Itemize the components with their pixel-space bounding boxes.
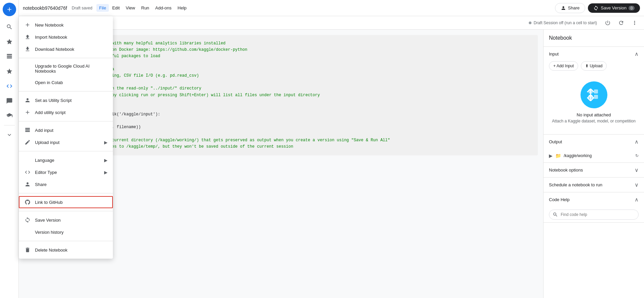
menu-divider-6: [19, 211, 113, 211]
editor-type-label: Editor Type: [35, 170, 57, 175]
code-help-search-box: [549, 210, 639, 220]
refresh-button[interactable]: [616, 17, 627, 28]
version-badge: 0: [629, 6, 635, 10]
menu-edit[interactable]: Edit: [110, 4, 122, 12]
sidebar-item-discussions[interactable]: [3, 94, 16, 108]
code-help-content: [544, 207, 644, 222]
save-version-button[interactable]: Save Version 0: [588, 3, 640, 13]
download-icon: [24, 46, 31, 52]
menu-file[interactable]: File: [96, 4, 109, 12]
share-label: Share: [568, 5, 580, 10]
add-input-menu-label: Add input: [35, 128, 53, 133]
sidebar-item-more[interactable]: [3, 128, 16, 142]
menu-section-5: Language ▶ Editor Type ▶ Share: [19, 153, 113, 192]
draft-status: Draft saved: [72, 6, 92, 10]
power-button[interactable]: [602, 17, 613, 28]
svg-rect-1: [594, 89, 598, 94]
output-path: /kaggle/working: [564, 153, 592, 158]
link-github-label: Link to GitHub: [35, 200, 62, 205]
menu-language[interactable]: Language ▶: [19, 154, 113, 166]
sidebar-add-button[interactable]: [3, 3, 16, 16]
menu-help[interactable]: Help: [175, 4, 189, 12]
sidebar-item-models[interactable]: [3, 65, 16, 78]
set-utility-icon: [24, 97, 31, 104]
notebook-options-header[interactable]: Notebook options ∨: [544, 163, 644, 177]
share-button[interactable]: Share: [555, 3, 586, 13]
share-menu-icon: [24, 181, 31, 188]
github-icon: [24, 199, 31, 206]
schedule-header[interactable]: Schedule a notebook to run ∨: [544, 178, 644, 192]
svg-rect-0: [589, 89, 593, 94]
right-panel: Notebook Input ∧ + Add Input ⬆ Upload: [543, 30, 644, 298]
menu-divider-4: [19, 151, 113, 151]
sidebar-item-search[interactable]: [3, 20, 16, 34]
editor-type-icon: [24, 169, 31, 176]
menu-section-2: Upgrade to Google Cloud AI Notebooks Ope…: [19, 60, 113, 90]
language-arrow-icon: ▶: [104, 158, 108, 163]
refresh-icon[interactable]: ↻: [635, 153, 639, 158]
menu-editor-type[interactable]: Editor Type ▶: [19, 166, 113, 178]
add-utility-label: Add utility script: [35, 110, 66, 115]
input-section-title: Input: [549, 51, 559, 57]
save-version-menu-icon: [24, 217, 31, 223]
menu-save-version[interactable]: Save Version: [19, 214, 113, 226]
menu-set-utility[interactable]: Set as Utility Script: [19, 94, 113, 106]
schedule-chevron-icon: ∨: [635, 182, 639, 188]
output-item: ▶ 📁 /kaggle/working ↻: [549, 152, 639, 160]
sidebar-item-code[interactable]: [3, 79, 16, 93]
schedule-section: Schedule a notebook to run ∨: [544, 178, 644, 192]
file-dropdown-menu: New Notebook Import Notebook Download No…: [19, 16, 113, 259]
more-options-button[interactable]: [629, 17, 640, 28]
svg-rect-3: [594, 95, 598, 99]
menu-addons[interactable]: Add-ons: [153, 4, 174, 12]
upload-input-icon: [24, 139, 31, 146]
code-help-header[interactable]: Code Help ∧: [544, 192, 644, 207]
menu-divider-5: [19, 193, 113, 193]
menu-delete-notebook[interactable]: Delete Notebook: [19, 244, 113, 256]
menu-open-colab[interactable]: Open in Colab: [19, 76, 113, 88]
menu-divider-2: [19, 91, 113, 91]
notebook-options-title: Notebook options: [549, 167, 583, 173]
menu-section-7: Save Version Version history: [19, 213, 113, 239]
menu-new-notebook[interactable]: New Notebook: [19, 19, 113, 31]
delete-notebook-label: Delete Notebook: [35, 248, 68, 253]
menu-version-history[interactable]: Version history: [19, 226, 113, 238]
right-panel-title: Notebook: [544, 30, 644, 47]
input-section: Input ∧ + Add Input ⬆ Upload: [544, 47, 644, 135]
upload-input-arrow-icon: ▶: [104, 140, 108, 145]
version-history-icon: [24, 229, 31, 235]
expand-icon: ▶: [549, 153, 553, 158]
menu-run[interactable]: Run: [138, 4, 152, 12]
code-help-input[interactable]: [561, 212, 635, 217]
upgrade-google-label: Upgrade to Google Cloud AI Notebooks: [35, 64, 108, 74]
sidebar-item-courses[interactable]: [3, 109, 16, 122]
input-section-header[interactable]: Input ∧: [544, 47, 644, 61]
sidebar: [0, 0, 19, 298]
download-notebook-label: Download Notebook: [35, 47, 74, 52]
svg-rect-2: [589, 95, 593, 99]
code-help-chevron-icon: ∧: [635, 196, 639, 203]
notebook-options-chevron-icon: ∨: [635, 167, 639, 173]
menu-view[interactable]: View: [123, 4, 138, 12]
menu-link-github[interactable]: Link to GitHub: [19, 196, 113, 208]
colab-icon: [24, 79, 31, 86]
menu-add-utility[interactable]: Add utility script: [19, 106, 113, 118]
schedule-title: Schedule a notebook to run: [549, 182, 602, 187]
menu-share[interactable]: Share: [19, 178, 113, 190]
add-input-button[interactable]: + Add Input: [549, 61, 578, 71]
sidebar-item-competitions[interactable]: [3, 35, 16, 48]
set-utility-label: Set as Utility Script: [35, 98, 72, 103]
menu-add-input[interactable]: Add input: [19, 124, 113, 136]
new-notebook-icon: [24, 22, 31, 28]
import-notebook-label: Import Notebook: [35, 35, 67, 40]
output-section-header[interactable]: Output ∧: [544, 135, 644, 149]
menu-upload-input[interactable]: Upload input ▶: [19, 136, 113, 148]
menu-upgrade-google[interactable]: Upgrade to Google Cloud AI Notebooks: [19, 61, 113, 76]
sidebar-item-datasets[interactable]: [3, 50, 16, 63]
menu-import-notebook[interactable]: Import Notebook: [19, 31, 113, 43]
upload-button[interactable]: ⬆ Upload: [581, 61, 607, 71]
menu-bar: File Edit View Run Add-ons Help: [96, 4, 189, 12]
output-section-content: ▶ 📁 /kaggle/working ↻: [544, 149, 644, 162]
menu-download-notebook[interactable]: Download Notebook: [19, 43, 113, 55]
search-icon: [553, 212, 558, 217]
